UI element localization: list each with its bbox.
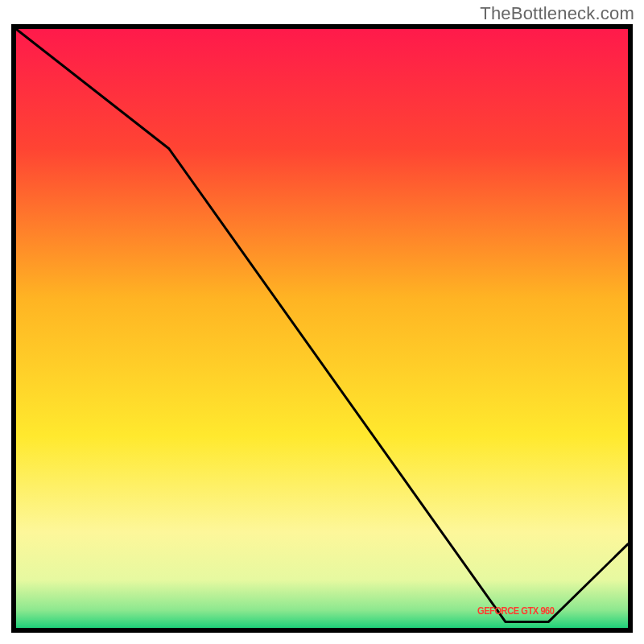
chart-stage: TheBottleneck.com GEFORCE GTX 960 [0, 0, 644, 644]
plot-frame: GEFORCE GTX 960 [11, 24, 633, 633]
marker-label: GEFORCE GTX 960 [477, 605, 555, 617]
curve-layer [16, 29, 628, 628]
attribution-label: TheBottleneck.com [480, 3, 634, 24]
curve-path [16, 29, 628, 622]
